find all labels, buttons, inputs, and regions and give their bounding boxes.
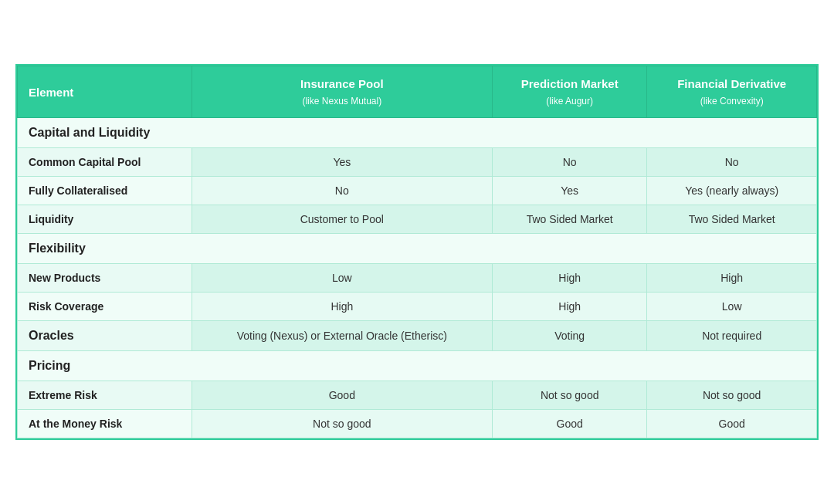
table-row: LiquidityCustomer to PoolTwo Sided Marke… [18,205,817,234]
header-financial-derivative: Financial Derivative (like Convexity) [647,66,817,118]
section-header-row: Pricing [18,351,817,381]
section-header-row: Capital and Liquidity [18,118,817,148]
table-row: New ProductsLowHighHigh [18,264,817,293]
header-insurance-pool: Insurance Pool (like Nexus Mutual) [192,66,493,118]
table-row: Risk CoverageHighHighLow [18,293,817,321]
table-row: Common Capital PoolYesNoNo [18,148,817,177]
table-row: OraclesVoting (Nexus) or External Oracle… [18,321,817,351]
comparison-table: Element Insurance Pool (like Nexus Mutua… [15,64,819,440]
table-row: Extreme RiskGoodNot so goodNot so good [18,381,817,410]
section-header-row: Flexibility [18,234,817,264]
table-row: Fully CollateralisedNoYesYes (nearly alw… [18,177,817,205]
table-header-row: Element Insurance Pool (like Nexus Mutua… [18,66,817,118]
header-element: Element [18,66,192,118]
header-prediction-market: Prediction Market (like Augur) [493,66,647,118]
table-row: At the Money RiskNot so goodGoodGood [18,410,817,438]
